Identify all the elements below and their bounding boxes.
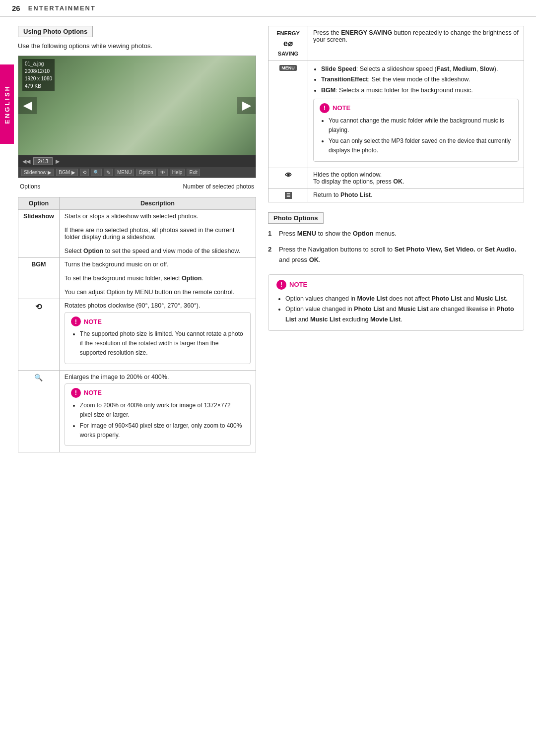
- page-number: 26: [12, 4, 20, 12]
- description-rotate: Rotates photos clockwise (90°, 180°, 270…: [59, 299, 256, 371]
- note-label-2: NOTE: [84, 389, 102, 396]
- toolbar: Slideshow ▶ BGM ▶ ⟲ 🔍 ✎ MENU Option 👁 He…: [18, 167, 256, 178]
- photo-counter: 2/13: [33, 157, 53, 165]
- description-bgm: Turns the background music on or off. To…: [59, 258, 256, 299]
- photo-info: 01_a.jpg 2008/12/10 1920 x 1080 479 KB: [22, 59, 55, 91]
- rotate-toolbar-item[interactable]: ⟲: [80, 169, 89, 176]
- note-icon: !: [71, 316, 81, 326]
- step-text-2: Press the Navigation buttons to scroll t…: [279, 245, 524, 265]
- list-item: The supported photo size is limited. You…: [80, 329, 244, 358]
- option-bgm: BGM: [18, 258, 60, 299]
- left-column: Using Photo Options Use the following op…: [18, 26, 256, 747]
- step-1: 1 Press MENU to show the Option menus.: [268, 229, 524, 239]
- prev-photo-button[interactable]: ◀: [18, 97, 37, 114]
- rotate-note-box: ! NOTE The supported photo size is limit…: [65, 312, 251, 364]
- zoom-note-list: Zoom to 200% or 400% only work for image…: [71, 401, 244, 441]
- right-table: ENERGY e⌀ SAVING Press the ENERGY SAVING…: [268, 26, 524, 202]
- table-row: Slideshow Starts or stops a slideshow wi…: [18, 210, 256, 258]
- number-label: Number of selected photos: [183, 183, 254, 190]
- list-item: You can only select the MP3 folder saved…: [329, 136, 512, 155]
- description-slideshow: Starts or stops a slideshow with selecte…: [59, 210, 256, 258]
- note-icon-2: !: [71, 388, 81, 398]
- photo-options-heading: Photo Options: [268, 212, 324, 224]
- note-icon-4: !: [276, 280, 286, 290]
- list-item: Option value changed in Photo List and M…: [285, 304, 516, 325]
- option-rotate: ⟲: [18, 299, 60, 371]
- menu-note-list: You cannot change the music folder while…: [320, 116, 512, 156]
- top-header: 26 ENTERTAINMENT: [0, 0, 536, 17]
- menu-toolbar-item[interactable]: MENU: [115, 169, 134, 176]
- menu-description: Slide Speed: Selects a slideshow speed (…: [308, 61, 524, 168]
- page: 26 ENTERTAINMENT ENGLISH Using Photo Opt…: [0, 0, 536, 756]
- menu-note-header: ! NOTE: [320, 103, 512, 113]
- list-description: Return to Photo List.: [308, 188, 524, 202]
- bottom-note-list: Option values changed in Movie List does…: [276, 294, 516, 325]
- photo-controls: ◀◀ 2/13 ▶: [18, 155, 256, 167]
- right-column: ENERGY e⌀ SAVING Press the ENERGY SAVING…: [268, 26, 524, 747]
- slideshow-toolbar-item[interactable]: Slideshow ▶: [21, 169, 54, 176]
- photo-viewer: 01_a.jpg 2008/12/10 1920 x 1080 479 KB ◀…: [18, 56, 256, 178]
- photo-size: 479 KB: [25, 83, 41, 89]
- step-number-2: 2: [268, 245, 275, 265]
- bottom-note-header: ! NOTE: [276, 280, 516, 290]
- hide-key: 👁: [268, 168, 308, 188]
- list-item: TransitionEffect: Set the view mode of t…: [321, 74, 519, 85]
- photo-options-steps: 1 Press MENU to show the Option menus. 2…: [268, 229, 524, 265]
- energy-key: ENERGY e⌀ SAVING: [268, 26, 308, 61]
- note-label: NOTE: [84, 318, 102, 325]
- step-text: Press MENU to show the Option menus.: [279, 229, 397, 239]
- options-table: Option Description Slideshow Starts or s…: [18, 197, 256, 452]
- menu-key: MENU: [268, 61, 308, 168]
- photo-options-section: Photo Options 1 Press MENU to show the O…: [268, 212, 524, 265]
- photo-labels: Options Number of selected photos: [18, 183, 256, 190]
- table-row: MENU Slide Speed: Selects a slideshow sp…: [268, 61, 524, 168]
- header-title: ENTERTAINMENT: [28, 4, 96, 12]
- list-item: BGM: Selects a music folder for the back…: [321, 85, 519, 96]
- exit-toolbar-item[interactable]: Exit: [187, 169, 200, 176]
- hide-description: Hides the option window. To display the …: [308, 168, 524, 188]
- zoom-note-box: ! NOTE Zoom to 200% or 400% only work fo…: [65, 383, 251, 446]
- menu-note-box: ! NOTE You cannot change the music folde…: [313, 99, 519, 162]
- counter-value: 2/13: [38, 158, 48, 164]
- col-description: Description: [59, 197, 256, 210]
- list-item: Slide Speed: Selects a slideshow speed (…: [321, 64, 519, 74]
- list-key: ☰: [268, 188, 308, 202]
- zoom-icon: 🔍: [34, 374, 43, 381]
- menu-icon: MENU: [279, 65, 297, 71]
- list-item: Zoom to 200% or 400% only work for image…: [80, 401, 244, 420]
- main-content: Using Photo Options Use the following op…: [0, 17, 536, 756]
- step-2: 2 Press the Navigation buttons to scroll…: [268, 245, 524, 265]
- hide-icon: 👁: [285, 171, 292, 179]
- table-row: BGM Turns the background music on or off…: [18, 258, 256, 299]
- options-label: Options: [20, 183, 40, 190]
- list-item: For image of 960×540 pixel size or large…: [80, 421, 244, 440]
- option-slideshow: Slideshow: [18, 210, 60, 258]
- description-zoom: Enlarges the image to 200% or 400%. ! NO…: [59, 370, 256, 452]
- next-photo-button[interactable]: ▶: [237, 97, 256, 114]
- table-row: ☰ Return to Photo List.: [268, 188, 524, 202]
- option-toolbar-item[interactable]: Option: [136, 169, 155, 176]
- rotate-note-list: The supported photo size is limited. You…: [71, 329, 244, 358]
- rotate-icon: ⟲: [35, 303, 42, 311]
- note-label-3: NOTE: [333, 104, 350, 112]
- bgm-toolbar-item[interactable]: BGM ▶: [56, 169, 78, 176]
- list-item: You cannot change the music folder while…: [329, 116, 512, 135]
- zoom-note-header: ! NOTE: [71, 388, 244, 398]
- section-heading: Using Photo Options: [18, 26, 93, 37]
- photo-filename: 01_a.jpg: [25, 61, 44, 66]
- zoom-toolbar-item[interactable]: 🔍: [91, 169, 102, 176]
- table-row: 👁 Hides the option window. To display th…: [268, 168, 524, 188]
- col-option: Option: [18, 197, 60, 210]
- note-label-4: NOTE: [289, 281, 307, 288]
- edit-toolbar-item[interactable]: ✎: [104, 169, 113, 176]
- list-icon: ☰: [285, 192, 292, 199]
- hide-toolbar-item[interactable]: 👁: [158, 169, 168, 176]
- photo-date: 2008/12/10: [25, 68, 50, 74]
- table-row: 🔍 Enlarges the image to 200% or 400%. ! …: [18, 370, 256, 452]
- table-row: ENERGY e⌀ SAVING Press the ENERGY SAVING…: [268, 26, 524, 61]
- photo-image: 01_a.jpg 2008/12/10 1920 x 1080 479 KB ◀…: [18, 56, 256, 155]
- rotate-note-header: ! NOTE: [71, 316, 244, 326]
- note-icon-3: !: [320, 103, 330, 113]
- step-number: 1: [268, 229, 275, 239]
- help-toolbar-item[interactable]: Help: [170, 169, 185, 176]
